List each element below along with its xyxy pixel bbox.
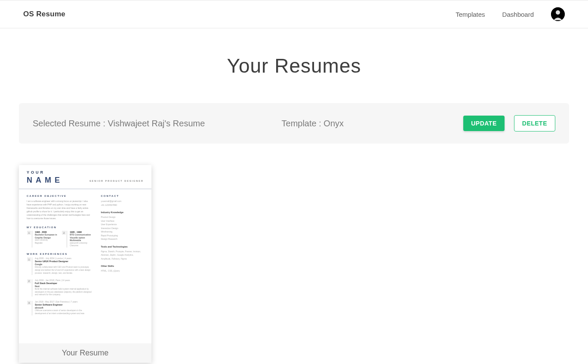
selected-resume-label: Selected Resume : Vishwajeet Raj's Resum… [33,119,205,128]
main-container: Your Resumes Selected Resume : Vishwajee… [0,28,588,364]
resume-thumbnail: YOUR NAME SENIOR PRODUCT DESIGNER CAREER… [19,165,151,343]
thumb-exp2-body: Build the internal software build system… [35,288,93,297]
update-button[interactable]: UPDATE [463,116,505,131]
resume-grid: YOUR NAME SENIOR PRODUCT DESIGNER CAREER… [19,165,569,363]
thumb-os-body: HTML, CSS, jQuery [101,269,144,273]
thumb-exp3-body: Offshore overcame a team of senior devel… [35,309,93,315]
avatar-icon [551,7,565,21]
template-label: Template : Onyx [213,119,455,128]
thumb-ed1-loc: Bagnalet [35,242,58,245]
thumb-your: YOUR [27,170,144,174]
thumb-contact-body: youemail@gmail.com +91 1234567890 [101,199,144,207]
resume-card[interactable]: YOUR NAME SENIOR PRODUCT DESIGNER CAREER… [19,165,151,363]
thumb-objective-heading: CAREER OBJECTIVE [27,195,93,197]
nav-right: Templates Dashboard [456,7,565,21]
thumb-os-heading: Other Skills [101,265,144,267]
thumb-exp3-company: alirosoft [35,306,93,309]
nav-templates[interactable]: Templates [456,11,485,18]
thumb-ed2-deg: BTS Communication Visuelle option Multim… [70,233,93,242]
nav-dashboard[interactable]: Dashboard [502,11,534,18]
thumb-ed1-deg: Bachelor European in Graphic Design [35,233,58,239]
brand-logo[interactable]: OS Resume [23,10,65,18]
thumb-exp1-body: Directly collaborated with CEO and Produ… [35,266,93,275]
thumb-divider [19,188,151,190]
thumb-work-heading: WORK EXPERIENCES [27,253,93,255]
thumb-exp3-date: Jan 2018 - May 2017 | San Francisco | 7 … [35,301,93,303]
thumb-ed1-school: adon university [35,239,58,242]
thumb-exp2-num: 2 [27,279,31,283]
header: OS Resume Templates Dashboard [0,0,588,28]
action-buttons: UPDATE DELETE [463,115,555,132]
thumb-exp3-title: Senior Software Engineer [35,303,93,306]
thumb-exp1-company: Google [35,263,93,266]
thumb-ed2-loc: Charonne [70,245,93,248]
thumb-contact-heading: CONTACT [101,195,144,197]
page-title: Your Resumes [19,54,569,77]
thumb-ed2-school: awesomth university [70,242,93,245]
thumb-ed2-num: 2 [62,231,66,235]
thumb-exp1-date: Aug 2000 - July 2004 | London | 4 years [35,257,93,260]
avatar[interactable] [551,7,565,21]
svg-point-1 [556,10,560,15]
thumb-exp3-num: 3 [27,301,31,305]
delete-button[interactable]: DELETE [514,115,555,132]
thumb-ik-body: Product Design User Interface User Exper… [101,215,144,241]
resume-card-label: Your Resume [19,343,151,363]
thumb-education-heading: MY EDUCATION [27,226,93,229]
info-bar: Selected Resume : Vishwajeet Raj's Resum… [19,103,569,144]
thumb-tt-heading: Tools and Technologies [101,245,144,248]
thumb-exp1-title: Senior UI/UX Product Designer [35,260,93,263]
thumb-exp2-title: Full Stack Developer [35,282,93,284]
thumb-ik-heading: Industry Knowledge [101,211,144,214]
thumb-exp2-company: Naxt [35,285,93,288]
thumb-exp1-num: 1 [27,257,31,261]
thumb-exp2-date: July 2004 - Jan 2018 | Paris | 14 years [35,279,93,281]
thumb-ed1-num: 1 [27,231,31,235]
thumb-tt-body: Figma, Sketch, Protopie, Framer, Invisio… [101,250,144,261]
thumb-role: SENIOR PRODUCT DESIGNER [89,180,144,182]
thumb-objective-body: I am a software engineer with a strong f… [27,199,93,220]
